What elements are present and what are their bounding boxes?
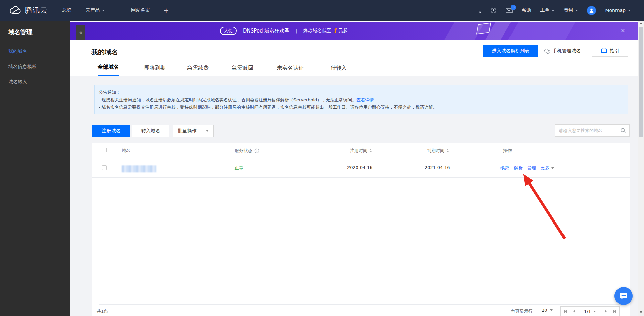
page-indicator-select[interactable]: 1/1: [579, 306, 601, 316]
batch-operation-dropdown[interactable]: 批量操作: [173, 125, 214, 137]
history-clock-icon[interactable]: [490, 7, 497, 14]
messages-mail-icon[interactable]: 3: [506, 8, 513, 13]
dns-resolve-link[interactable]: 解析: [514, 165, 523, 171]
sidebar-item-domain-transfer-in[interactable]: 域名转入: [8, 79, 27, 85]
sidebar-title: 域名管理: [8, 28, 33, 36]
next-icon: [605, 310, 607, 313]
go-to-dns-list-button[interactable]: 进入域名解析列表: [483, 45, 538, 57]
tencent-cloud-logo-icon[interactable]: [9, 6, 21, 15]
status-badge: 正常: [235, 165, 244, 171]
select-all-checkbox[interactable]: [102, 148, 107, 152]
sidebar: 域名管理 我的域名 域名信息模板 域名转入: [0, 21, 70, 316]
announcement-notice: 公告通知： - 现接相关注册局通知，域名注册后必须在规定时间内完成域名实名认证，…: [94, 85, 628, 114]
expiration-date: 2021-04-16: [425, 165, 450, 170]
sidebar-item-domain-info-template[interactable]: 域名信息模板: [8, 64, 37, 70]
tab-all-domains[interactable]: 全部域名: [98, 64, 119, 76]
promo-banner[interactable]: 大促 DNSPod 域名狂欢季 | 爆款域名低至 1 元起 ✕: [70, 22, 638, 40]
banner-promo-line: 爆款域名低至 1 元起: [303, 27, 348, 35]
sort-icon[interactable]: [446, 149, 449, 152]
banner-separator: |: [296, 28, 297, 34]
chevron-down-icon: [628, 10, 631, 11]
promo-price: 1: [333, 27, 337, 35]
manage-link[interactable]: 管理: [527, 165, 536, 171]
domain-search-box: [555, 124, 630, 137]
chevron-down-icon: [550, 309, 553, 311]
chevron-down-icon: [206, 130, 209, 132]
sidebar-item-my-domains[interactable]: 我的域名: [8, 48, 27, 54]
qr-code-icon[interactable]: [476, 8, 481, 13]
table-row: 正常 2020-04-16 2021-04-16 续费 解析 管理 更多: [92, 157, 630, 178]
user-avatar[interactable]: [587, 6, 596, 15]
tab-urgent-renewal[interactable]: 急需续费: [187, 65, 209, 76]
chevron-down-icon: [551, 167, 554, 169]
top-navigation-bar: 腾讯云 总览 云产品 网站备案 + 3: [0, 0, 644, 21]
nav-item-cloud-products[interactable]: 云产品: [86, 7, 105, 13]
info-icon[interactable]: [254, 148, 259, 153]
wechat-icon: [544, 48, 550, 54]
col-header-status: 服务状态: [235, 148, 259, 154]
account-menu[interactable]: Monmap: [605, 8, 631, 13]
nav-item-icp-filing[interactable]: 网站备案: [131, 7, 150, 13]
banner-decoration: [505, 22, 577, 40]
last-page-icon: [615, 310, 616, 313]
per-page-select[interactable]: 20: [542, 308, 553, 313]
table-footer-divider: [99, 304, 623, 305]
promo-badge: 大促: [220, 27, 237, 35]
table-header-row: 域名 服务状态 注册时间 到期时间 操作: [92, 143, 630, 157]
chat-bubble-icon: [619, 292, 628, 300]
transfer-in-domain-button[interactable]: 转入域名: [132, 125, 169, 137]
nav-item-tickets[interactable]: 工单: [540, 7, 554, 13]
tab-urgent-redemption[interactable]: 急需赎回: [232, 65, 253, 76]
brand-name[interactable]: 腾讯云: [25, 6, 48, 15]
notice-line-1: - 现接相关注册局通知，域名注册后必须在规定时间内完成域名实名认证，否则会被注册…: [99, 96, 622, 104]
search-icon[interactable]: [620, 128, 626, 133]
notice-line-2: - 域名实名信息需要提交注册局进行审核，受特殊时期影响，部分注册局的审核时间有所…: [99, 104, 622, 111]
tab-pending-transfer-in[interactable]: 待转入: [331, 65, 347, 76]
mobile-manage-domains-link[interactable]: 手机管理域名: [544, 48, 581, 54]
chevron-down-icon: [102, 10, 105, 11]
topnav-right-group: 3 帮助 工单 费用 Monmap: [476, 6, 644, 15]
customer-service-chat-button[interactable]: [614, 287, 633, 305]
row-checkbox[interactable]: [102, 165, 107, 170]
add-nav-shortcut-button[interactable]: +: [163, 6, 169, 14]
col-header-exp-time[interactable]: 到期时间: [427, 148, 449, 154]
chevron-down-icon: [575, 10, 578, 11]
page-title: 我的域名: [91, 48, 118, 57]
nav-item-overview[interactable]: 总览: [62, 7, 71, 13]
nav-item-help[interactable]: 帮助: [522, 7, 531, 13]
banner-decoration: [476, 23, 491, 35]
per-page-label: 每页显示行: [511, 308, 533, 314]
banner-close-icon[interactable]: ✕: [621, 28, 625, 34]
first-page-button[interactable]: [560, 306, 570, 316]
tab-expiring-soon[interactable]: 即将到期: [144, 65, 166, 76]
banner-title: DNSPod 域名狂欢季: [243, 28, 289, 34]
search-input[interactable]: [559, 128, 620, 133]
col-header-domain: 域名: [122, 148, 130, 154]
scroll-up-icon[interactable]: [640, 22, 642, 24]
registration-date: 2020-04-16: [347, 165, 373, 170]
prev-page-button[interactable]: [570, 306, 579, 316]
prev-icon: [565, 310, 567, 313]
total-count-label: 共1条: [97, 308, 108, 314]
scrollbar-thumb[interactable]: [639, 27, 643, 137]
redacted-domain-name[interactable]: [122, 165, 156, 172]
page-header: 我的域名 进入域名解析列表 手机管理域名 指引 全部域名 即将到期 急需续费 急…: [70, 40, 638, 76]
notice-title: 公告通知：: [99, 89, 622, 96]
sort-icon[interactable]: [369, 149, 372, 152]
domain-table: 域名 服务状态 注册时间 到期时间 操作 正常 2020-04-16 202: [92, 143, 630, 316]
tencent-cloud-console: 腾讯云 总览 云产品 网站备案 + 3: [0, 0, 644, 316]
sidebar-collapse-button[interactable]: «: [76, 25, 85, 40]
nav-item-billing[interactable]: 费用: [564, 7, 578, 13]
view-details-link[interactable]: 查看详情: [356, 97, 374, 102]
chevron-down-icon: [552, 10, 554, 11]
more-dropdown[interactable]: 更多: [541, 165, 554, 171]
renew-link[interactable]: 续费: [500, 165, 509, 171]
next-page-button[interactable]: [601, 306, 610, 316]
col-header-reg-time[interactable]: 注册时间: [350, 148, 372, 154]
register-domain-button[interactable]: 注册域名: [92, 125, 130, 137]
tab-unverified[interactable]: 未实名认证: [277, 65, 304, 76]
vertical-scrollbar[interactable]: [638, 21, 644, 316]
guide-button[interactable]: 指引: [592, 45, 628, 57]
scroll-down-icon[interactable]: [640, 311, 642, 313]
last-page-button[interactable]: [610, 306, 620, 316]
